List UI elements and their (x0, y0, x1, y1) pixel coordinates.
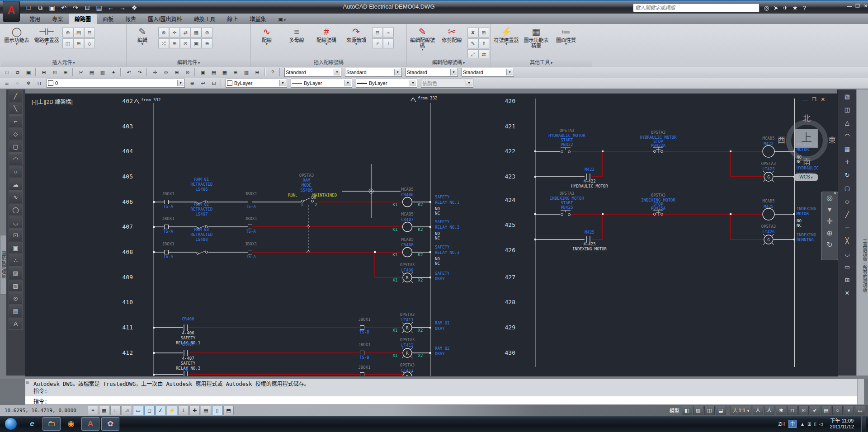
help-icon[interactable]: ? (800, 5, 809, 11)
source-arrow-button[interactable]: ↷來源箭頭 (342, 26, 370, 46)
tab-conversion-tools[interactable]: 轉換工具 (188, 14, 221, 24)
viewcube-south-label[interactable]: 南 (803, 155, 811, 167)
wire-type-icon[interactable]: ⊥ (383, 38, 394, 48)
layer-combo[interactable]: 0▾ (47, 79, 185, 88)
spline-icon[interactable]: ∿ (9, 191, 23, 203)
save-icon[interactable]: ▣ (24, 68, 33, 77)
layer-states-icon[interactable]: ⊡ (209, 79, 219, 88)
tab-panel[interactable]: 面板 (97, 14, 119, 24)
designcenter-icon[interactable]: ▤ (209, 68, 219, 77)
search-icon[interactable]: ◎ (762, 5, 771, 11)
tab-reports[interactable]: 報告 (119, 14, 142, 24)
quickview-icon[interactable]: ⬓ (716, 406, 726, 415)
annot-visible-icon[interactable]: 人 (753, 406, 763, 415)
dwg-close-icon[interactable]: ✕ (821, 97, 825, 103)
make-object-layer-icon[interactable]: ⊕ (187, 79, 197, 88)
toolpalettes-icon[interactable]: ▦ (220, 68, 230, 77)
viewport-controls[interactable]: [-][上][2D 線架構] (32, 98, 73, 105)
perf-icon[interactable]: ▤ (821, 406, 831, 415)
redo-icon[interactable]: ↷ (135, 68, 145, 77)
maximize-icon[interactable]: ❐ (854, 3, 861, 9)
panel-title-insert-components[interactable]: 插入元件 (1, 58, 126, 67)
preview-icon[interactable]: ⊡ (50, 68, 60, 77)
trusted-dwg-icon[interactable]: ✔ (810, 406, 820, 415)
insert-circuit-icon[interactable]: ⊞ (73, 38, 84, 48)
show-desktop-button[interactable] (861, 416, 866, 432)
tab-schematic[interactable]: 線路圖 (69, 14, 97, 24)
ellipse-arc-icon[interactable]: ◡ (9, 216, 23, 229)
zoom-window-icon[interactable]: ⊞ (172, 68, 182, 77)
undo-icon[interactable]: ↶ (59, 3, 69, 13)
customize-qat-icon[interactable]: ❖ (129, 3, 139, 13)
status-menu-icon[interactable]: ▾ (844, 406, 854, 415)
mtext-icon[interactable]: A (9, 318, 23, 330)
panel-title-edit-components[interactable]: 編輯元件 (127, 58, 250, 67)
orbit-icon[interactable]: ↻ (821, 239, 838, 251)
ribbon-minimize-icon[interactable]: ▣ (278, 17, 285, 24)
mirror-icon[interactable]: △ (840, 117, 854, 129)
stretch-icon[interactable]: ◇ (840, 195, 854, 207)
array-icon[interactable]: ▦ (840, 143, 854, 155)
pan-hand-icon[interactable]: ✛ (821, 216, 838, 227)
taskbar-paint-icon[interactable]: ✿ (101, 417, 119, 431)
paste-icon[interactable]: ▥ (98, 68, 108, 77)
exchange-apps-icon[interactable]: ✈ (781, 5, 790, 11)
layer-properties-icon[interactable]: ≣ (2, 79, 12, 88)
grid-toggle[interactable]: ▦ (99, 406, 109, 415)
delete-wirenum-icon[interactable]: ✘ (467, 28, 478, 38)
panel-title-insert-wire-numbers[interactable]: 插入配線號碼 (251, 58, 406, 67)
insert-block-icon[interactable]: ⊡ (9, 229, 23, 241)
ducs-toggle[interactable]: ⚡ (167, 406, 177, 415)
color-combo[interactable]: ByLayer▾ (226, 79, 287, 88)
text-style-combo[interactable]: Standard▾ (284, 68, 341, 77)
polygon-icon[interactable]: ◇ (9, 128, 23, 140)
workspace-gear-icon[interactable]: ✱ (776, 406, 786, 415)
command-input[interactable]: 指令: (25, 396, 858, 404)
linetype-combo[interactable]: ByLayer▾ (291, 79, 352, 88)
xline-icon[interactable]: ╲ (9, 103, 23, 115)
command-scrollbar[interactable] (857, 379, 864, 404)
make-block-icon[interactable]: ▣ (9, 242, 23, 254)
icon-menu-button[interactable]: ◯圖示功能表 (3, 26, 31, 46)
explode-icon[interactable]: ✕ (840, 287, 854, 299)
table-style-combo[interactable]: Standard▾ (406, 68, 458, 77)
minimize-icon[interactable]: — (846, 3, 853, 9)
language-indicator[interactable]: ZH (778, 421, 785, 427)
retag-icon[interactable]: ⊞ (169, 38, 180, 48)
symbol-builder-button[interactable]: ⚡符號建置器 (492, 26, 520, 46)
dyn-toggle[interactable]: ⊥ (178, 406, 189, 415)
blend-icon[interactable]: ⊞ (840, 274, 854, 286)
rectangle-icon[interactable]: ▢ (9, 141, 23, 153)
viewcube-east-label[interactable]: 東 (828, 134, 836, 145)
snap-toggle[interactable]: ⌖ (88, 406, 98, 415)
sc-toggle[interactable]: ⬒ (223, 406, 234, 415)
ortho-toggle[interactable]: ∟ (110, 406, 121, 415)
ladder-add-icon[interactable]: ⊞ (478, 28, 489, 38)
lock-icon[interactable]: ⊓ (34, 79, 44, 88)
publish-icon[interactable]: ⊞ (61, 68, 71, 77)
trim-wire-button[interactable]: ✂修剪配線 (438, 26, 466, 43)
zoom-previous-icon[interactable]: ⊘ (183, 68, 193, 77)
taskbar-explorer-icon[interactable]: 🗀 (42, 417, 61, 431)
dim-style-combo[interactable]: Standard▾ (345, 68, 402, 77)
undo-icon[interactable]: ↶ (124, 68, 134, 77)
taskbar-media-player-icon[interactable]: ◉ (62, 418, 80, 430)
otrack-toggle[interactable]: ∠ (156, 406, 166, 415)
redo-icon[interactable]: ↷ (71, 3, 80, 13)
extend-icon[interactable]: ─ (840, 221, 854, 234)
gradient-icon[interactable]: ▧ (9, 280, 23, 292)
dwg-restore-icon[interactable]: ❐ (812, 97, 816, 103)
application-menu-button[interactable]: A (3, 1, 20, 22)
edit-wire-icon[interactable]: ✎ (467, 38, 478, 48)
tab-addins[interactable]: 增益集 (244, 14, 272, 24)
sheet-icon[interactable]: ▤ (94, 3, 104, 13)
tab-home[interactable]: 常用 (24, 14, 46, 24)
mleader-style-combo[interactable]: Standard▾ (462, 68, 514, 77)
viewcube-west-label[interactable]: 西 (778, 134, 785, 145)
toolbar-lock-icon[interactable]: ⊓ (787, 406, 797, 415)
taskbar-clock[interactable]: 下午 11:092011/11/12 (826, 418, 858, 430)
delete-component-icon[interactable]: ⊗ (158, 28, 169, 38)
bulb-status-icon[interactable]: ○ (832, 406, 843, 415)
copy-icon[interactable]: ▤ (87, 68, 97, 77)
command-grip-icon[interactable]: ▤ (26, 380, 28, 385)
